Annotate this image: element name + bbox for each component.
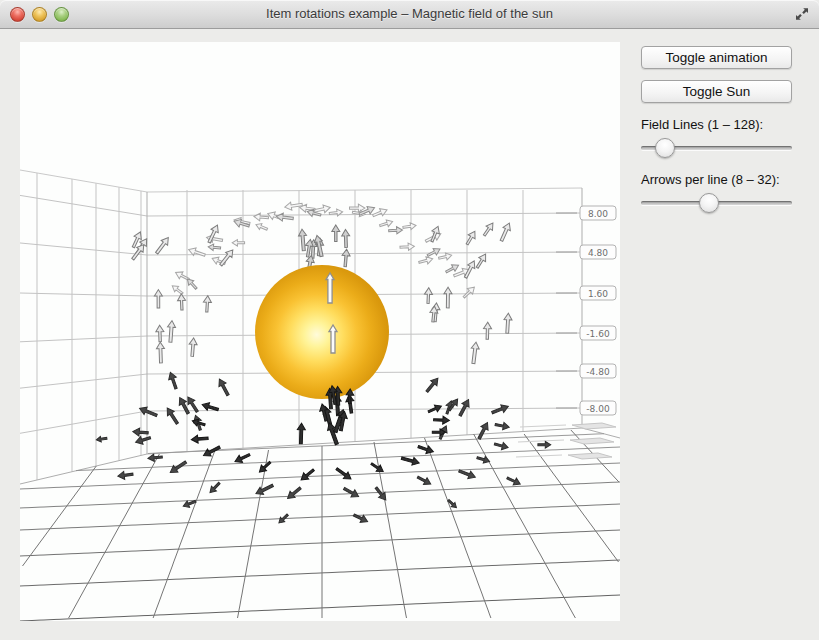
toggle-sun-button[interactable]: Toggle Sun [641,80,792,103]
sun-sphere [255,265,389,399]
field-arrows-side-left-mid [154,290,211,363]
edge-on-axis-labels [516,423,616,459]
field-lines-slider-knob[interactable] [655,138,675,158]
axis-tick-label: 8.00 [588,209,608,219]
window-title: Item rotations example – Magnetic field … [90,0,729,28]
traffic-lights [10,7,69,22]
titlebar[interactable]: Item rotations example – Magnetic field … [0,0,819,29]
axis-tick-label: -1.60 [586,329,610,339]
axis-tick-label: -8.00 [586,404,610,414]
field-arrows-top-arc-inner [211,203,434,267]
y-axis-ticks: 8.004.801.60-1.60-4.80-8.00 [556,206,616,415]
field-arrows-side-right-mid [424,287,512,364]
arrows-per-line-slider[interactable] [641,193,792,213]
axis-tick-label: -4.80 [586,367,610,377]
fullscreen-icon[interactable] [794,6,810,22]
field-lines-slider[interactable] [641,138,792,158]
magnetic-field-scene: 8.004.801.60-1.60-4.80-8.00 [20,42,620,621]
grid-floor [20,430,620,621]
arrows-per-line-slider-knob[interactable] [699,193,719,213]
axis-tick-label: 4.80 [588,248,608,258]
field-lines-label: Field Lines (1 – 128): [641,117,819,132]
zoom-button[interactable] [54,7,69,22]
3d-viewport[interactable]: 8.004.801.60-1.60-4.80-8.00 [20,42,620,621]
field-arrows-swirl-outer [132,403,509,503]
app-window: Item rotations example – Magnetic field … [0,0,819,640]
control-panel: Toggle animation Toggle Sun Field Lines … [629,42,819,621]
field-arrows-side-right-upper [428,221,513,280]
field-arrows-swirl-outer2 [96,435,551,525]
toggle-animation-button[interactable]: Toggle animation [641,46,792,69]
close-button[interactable] [10,7,25,22]
arrows-per-line-label: Arrows per line (8 – 32): [641,172,819,187]
minimize-button[interactable] [32,7,47,22]
axis-tick-label: 1.60 [588,289,608,299]
